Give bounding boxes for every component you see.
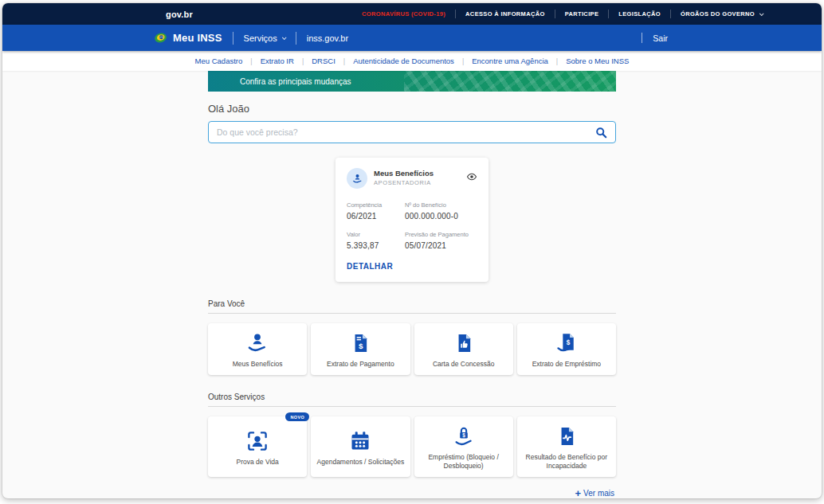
- link-participe[interactable]: PARTICIPE: [555, 10, 609, 18]
- nav-sobre-o-meu-inss[interactable]: Sobre o Meu INSS: [558, 57, 637, 65]
- card-label: Meus Benefícios: [233, 360, 283, 369]
- detalhar-button[interactable]: DETALHAR: [347, 262, 393, 271]
- benefit-card-titles: Meus Benefícios APOSENTADORIA: [374, 168, 466, 186]
- lock-hand-icon: $: [453, 424, 475, 449]
- card-extrato-de-emprestimo[interactable]: $ Extrato de Empréstimo: [517, 323, 616, 375]
- benefit-card-header: Meus Benefícios APOSENTADORIA: [347, 168, 477, 189]
- benefit-fields: Competência 06/2021 Nº do Benefício 000.…: [347, 201, 477, 250]
- link-orgaos-label: ÓRGÃOS DO GOVERNO: [681, 10, 755, 18]
- card-prova-de-vida[interactable]: NOVO Prova de Vida: [208, 416, 307, 477]
- field-value: 5.393,87: [347, 241, 405, 250]
- meu-inss-brand[interactable]: Meu INSS: [154, 31, 222, 45]
- field-value: 000.000.000-0: [405, 212, 477, 221]
- section-title: Para Você: [208, 299, 616, 308]
- card-label: Prova de Vida: [237, 458, 279, 467]
- nav-encontre-uma-agencia[interactable]: Encontre uma Agência: [464, 57, 556, 65]
- field-value: 05/07/2021: [405, 241, 477, 250]
- logout-group: Sair: [631, 33, 668, 43]
- logout-button[interactable]: Sair: [653, 33, 668, 43]
- card-label: Carta de Concessão: [433, 360, 495, 369]
- link-acesso-a-informacao[interactable]: ACESSO À INFORMAÇÃO: [456, 10, 555, 18]
- nav-meu-cadastro[interactable]: Meu Cadastro: [187, 57, 251, 65]
- benefit-card: Meus Benefícios APOSENTADORIA Competênci…: [335, 158, 489, 282]
- link-legislacao[interactable]: LEGISLAÇÃO: [609, 10, 670, 18]
- field-label: Nº do Benefício: [405, 201, 477, 209]
- meu-inss-logo-icon: [154, 31, 167, 45]
- document-dollar-icon: $: [349, 330, 371, 356]
- chevron-down-icon: [282, 35, 287, 40]
- greeting-text: Olá João: [208, 103, 616, 115]
- section-outros-servicos: Outros Serviços NOVO: [208, 393, 616, 477]
- search-box: [208, 121, 616, 143]
- changes-banner[interactable]: Confira as principais mudanças: [208, 71, 616, 92]
- link-inss-gov-br[interactable]: inss.gov.br: [307, 33, 348, 43]
- card-label: Extrato de Pagamento: [327, 360, 394, 369]
- card-emprestimo-bloqueio-desbloqueio[interactable]: $ Empréstimo (Bloqueio / Desbloqueio): [414, 416, 513, 477]
- divider: [642, 33, 642, 43]
- benefit-card-subtitle: APOSENTADORIA: [374, 179, 466, 186]
- main-content: Confira as principais mudanças Olá João: [208, 71, 616, 498]
- section-title: Outros Serviços: [208, 393, 616, 401]
- card-meus-beneficios[interactable]: Meus Benefícios: [208, 323, 307, 375]
- svg-text:$: $: [462, 432, 465, 439]
- nav-autenticidade-de-documentos[interactable]: Autenticidade de Documentos: [345, 57, 462, 65]
- section-cards: Meus Benefícios $ Extrato de Pagamento: [208, 323, 616, 375]
- card-label: Empréstimo (Bloqueio / Desbloqueio): [419, 453, 508, 471]
- nav-drsci[interactable]: DRSCI: [304, 57, 343, 65]
- services-menu[interactable]: Serviços: [244, 33, 285, 43]
- document-pulse-icon: [555, 424, 578, 449]
- section-divider: [208, 406, 616, 407]
- document-thumbs-up-icon: [453, 330, 475, 356]
- field-label: Competência: [347, 201, 405, 209]
- svg-text:$: $: [359, 342, 363, 350]
- plus-icon: +: [575, 487, 582, 498]
- divider: [296, 32, 296, 45]
- keyboard-texture: [404, 71, 616, 92]
- ver-mais-row: +Ver mais: [208, 487, 616, 498]
- section-divider: [208, 313, 616, 314]
- field-value: 06/2021: [347, 212, 405, 221]
- face-scan-icon: [245, 428, 269, 454]
- field-previsao-pagamento: Previsão de Pagamento 05/07/2021: [405, 231, 477, 250]
- novo-badge: NOVO: [285, 412, 309, 421]
- chevron-down-icon: [759, 11, 764, 16]
- banner-text: Confira as principais mudanças: [240, 77, 351, 86]
- card-agendamentos-solicitacoes[interactable]: Agendamentos / Solicitações: [311, 416, 410, 477]
- card-label: Extrato de Empréstimo: [532, 360, 601, 369]
- search-icon[interactable]: [595, 127, 607, 139]
- field-label: Previsão de Pagamento: [405, 231, 477, 238]
- card-carta-de-concessao[interactable]: Carta de Concessão: [414, 323, 513, 375]
- card-label: Agendamentos / Solicitações: [317, 458, 405, 467]
- services-label: Serviços: [244, 33, 277, 43]
- calendar-icon: [349, 428, 371, 454]
- hand-person-icon: [245, 330, 269, 356]
- benefit-card-title: Meus Benefícios: [374, 169, 466, 178]
- brand-title: Meu INSS: [173, 32, 222, 44]
- field-valor: Valor 5.393,87: [347, 231, 405, 250]
- ver-mais-link[interactable]: +Ver mais: [575, 489, 615, 498]
- eye-icon[interactable]: [466, 168, 477, 184]
- govbr-top-bar: gov.br CORONAVÍRUS (COVID-19) ACESSO À I…: [2, 3, 822, 25]
- meu-inss-app-bar: Meu INSS Serviços inss.gov.br Sair: [2, 25, 822, 51]
- secondary-nav: Meu Cadastro | Extrato IR | DRSCI | Aute…: [2, 51, 822, 71]
- link-coronavirus[interactable]: CORONAVÍRUS (COVID-19): [352, 10, 455, 18]
- section-para-voce: Para Você Meus Benefícios: [208, 299, 616, 375]
- search-input[interactable]: [217, 127, 589, 137]
- nav-extrato-ir[interactable]: Extrato IR: [253, 57, 302, 65]
- document-hand-dollar-icon: $: [555, 330, 578, 356]
- section-cards: NOVO Prova de Vida: [208, 416, 616, 477]
- ver-mais-label: Ver mais: [583, 489, 614, 498]
- card-label: Resultado de Benefício por Incapacidade: [522, 453, 611, 471]
- field-label: Valor: [347, 231, 405, 238]
- benefit-card-row: Meus Benefícios APOSENTADORIA Competênci…: [208, 158, 616, 282]
- card-extrato-de-pagamento[interactable]: $ Extrato de Pagamento: [311, 323, 410, 375]
- field-numero-beneficio: Nº do Benefício 000.000.000-0: [405, 201, 477, 221]
- field-competencia: Competência 06/2021: [347, 201, 405, 221]
- card-resultado-beneficio-incapacidade[interactable]: Resultado de Benefício por Incapacidade: [517, 416, 616, 477]
- link-orgaos-do-governo[interactable]: ÓRGÃOS DO GOVERNO: [671, 10, 772, 18]
- person-benefit-icon: [347, 168, 367, 189]
- browser-window: gov.br CORONAVÍRUS (COVID-19) ACESSO À I…: [2, 3, 822, 498]
- divider: [233, 32, 233, 45]
- svg-text:$: $: [567, 339, 571, 346]
- govbr-logo[interactable]: gov.br: [166, 10, 193, 19]
